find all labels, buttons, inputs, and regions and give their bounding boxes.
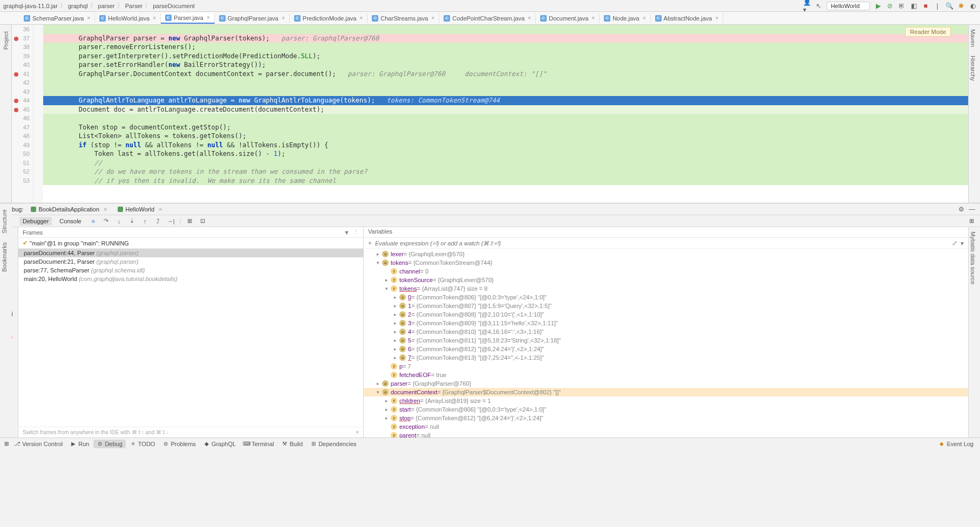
crumb-method[interactable]: parseDocument	[153, 3, 195, 9]
crumb-class[interactable]: Parser	[125, 3, 142, 9]
code-line[interactable]: Token stop = documentContext.getStop();	[43, 123, 968, 132]
step-over-icon[interactable]: ↷	[102, 217, 111, 225]
variable-node[interactable]: ▸=lexer = {GraphqlLexer@570}	[364, 250, 968, 258]
variable-node[interactable]: ▸fchildren = {ArrayList@819} size = 1	[364, 396, 968, 405]
file-tab[interactable]: CCodePointCharStream.java×	[439, 13, 536, 23]
thread-row[interactable]: ✔"main"@1 in group "main": RUNNING	[18, 238, 363, 249]
gear-icon[interactable]: ⚙	[957, 206, 965, 213]
variable-node[interactable]: ▸=1 = {CommonToken@807} "[@1,5:9='Query'…	[364, 302, 968, 310]
close-icon[interactable]: ×	[431, 15, 434, 21]
file-tab[interactable]: CGraphqlParser.java×	[215, 13, 290, 23]
variable-node[interactable]: ▸=4 = {CommonToken@810} "[@4,16:16=':',<…	[364, 327, 968, 336]
crumb-jar[interactable]: graphql-java-11.0.jar	[3, 3, 58, 9]
user-icon[interactable]: 👤▾	[803, 2, 811, 10]
close-icon[interactable]: ×	[643, 15, 646, 21]
maven-tool[interactable]: Maven	[969, 25, 977, 51]
evaluate-icon[interactable]: ⊞	[186, 217, 194, 225]
coverage-icon[interactable]: ⛨	[898, 2, 906, 10]
file-tab[interactable]: CPredictionMode.java×	[290, 13, 368, 23]
file-tab[interactable]: CCharStreams.java×	[368, 13, 439, 23]
close-icon[interactable]: ×	[591, 15, 595, 21]
watch-input[interactable]	[375, 240, 952, 247]
add-watch-icon[interactable]: +	[368, 239, 372, 247]
close-icon[interactable]: ×	[153, 15, 156, 21]
code-line[interactable]: if (stop != null && allTokens != null &&…	[43, 141, 968, 150]
variable-node[interactable]: fexception = null	[364, 422, 968, 431]
variable-node[interactable]: ▸fstart = {CommonToken@806} "[@0,0:3='ty…	[364, 405, 968, 414]
code-line[interactable]: // if yes then its invalid. We make sure…	[43, 176, 968, 186]
step-out-icon[interactable]: ↑	[141, 217, 149, 225]
avatar-icon[interactable]: ◐	[969, 2, 977, 10]
code-line[interactable]: GraphqlAntlrToLanguage antlrToLanguage =…	[43, 96, 968, 105]
debug-icon[interactable]: ⊘	[886, 2, 894, 10]
bottom-item-build[interactable]: ⚒Build	[278, 440, 306, 448]
crumb-pkg1[interactable]: graphql	[68, 3, 88, 9]
code-line[interactable]: parser.getInterpreter().setPredictionMod…	[43, 52, 968, 61]
variable-node[interactable]: ▸=2 = {CommonToken@808} "[@2,10:10='{',<…	[364, 310, 968, 319]
breadcrumb[interactable]: graphql-java-11.0.jar〉 graphql〉 parser〉 …	[3, 2, 195, 10]
frame-row[interactable]: parse:77, SchemaParser (graphql.schema.i…	[18, 266, 363, 275]
run-icon[interactable]: ▶	[874, 2, 882, 10]
variable-node[interactable]: ▸=0 = {CommonToken@806} "[@0,0:3='type',…	[364, 293, 968, 302]
reader-mode-badge[interactable]: Reader Mode	[905, 27, 951, 37]
bottom-item-debug[interactable]: ⊘Debug	[93, 440, 125, 448]
crumb-pkg2[interactable]: parser	[98, 3, 115, 9]
code-area[interactable]: GraphqlParser parser = new GraphqlParser…	[43, 25, 968, 203]
variable-node[interactable]: ▾=documentContext = {GraphqlParser$Docum…	[364, 388, 968, 396]
variable-node[interactable]: ▸=parser = {GraphqlParser@760}	[364, 379, 968, 388]
debug-session-2[interactable]: HelloWorld×	[114, 205, 165, 214]
more-icon[interactable]: ⋮	[353, 229, 359, 236]
event-log[interactable]: ◆Event Log	[935, 440, 977, 448]
project-tool[interactable]: Project	[2, 27, 10, 54]
code-line[interactable]: // do we have more tokens in the stream …	[43, 167, 968, 176]
variable-node[interactable]: ▾=tokens = {CommonTokenStream@744}	[364, 258, 968, 267]
file-tab[interactable]: CParser.java×	[161, 13, 215, 24]
run-to-cursor-icon[interactable]: →|	[167, 217, 175, 225]
code-line[interactable]	[43, 78, 968, 87]
bottom-item-terminal[interactable]: ⌨Terminal	[240, 440, 277, 448]
frame-row[interactable]: main:20, HelloWorld (com.graphqljava.tut…	[18, 275, 363, 283]
profile-icon[interactable]: ◧	[910, 2, 917, 10]
ide-icon[interactable]: ✱	[957, 2, 965, 10]
force-step-into-icon[interactable]: ⇣	[128, 217, 137, 225]
close-hint-icon[interactable]: ×	[356, 429, 359, 435]
bottom-item-graphql[interactable]: ◆GraphQL	[200, 440, 239, 448]
bottom-item-dependencies[interactable]: ⊞Dependencies	[307, 440, 359, 448]
frame-row[interactable]: parseDocument:21, Parser (graphql.parser…	[18, 257, 363, 266]
watch-menu-icon[interactable]: ▾	[961, 239, 964, 247]
file-tab[interactable]: CSchemaParser.java×	[19, 13, 95, 23]
tool-window-icon[interactable]: ⊞	[3, 441, 10, 447]
step-into-icon[interactable]: ↓	[115, 217, 124, 225]
close-icon[interactable]: ×	[282, 15, 285, 21]
variable-node[interactable]: ▸ftokenSource = {GraphqlLexer@570}	[364, 276, 968, 284]
variable-node[interactable]: fchannel = 0	[364, 267, 968, 276]
variable-node[interactable]: fparent = null	[364, 431, 968, 437]
mybatis-tool[interactable]: Mybatis data source	[969, 227, 977, 289]
debug-session-1[interactable]: BookDetailsApplication×	[28, 205, 110, 214]
code-line[interactable]: parser.setErrorHandler(new BailErrorStra…	[43, 60, 968, 70]
bookmarks-tool[interactable]: Bookmarks	[0, 238, 9, 276]
variable-node[interactable]: ▸fstop = {CommonToken@812} "[@6,24:24='}…	[364, 414, 968, 422]
close-icon[interactable]: ×	[528, 15, 531, 21]
bottom-item-problems[interactable]: ⊘Problems	[159, 440, 199, 448]
variable-node[interactable]: ▸=7 = {CommonToken@813} "[@7,25:24='',<-…	[364, 353, 968, 362]
close-icon[interactable]: ×	[207, 15, 210, 20]
code-line[interactable]: GraphqlParser parser = new GraphqlParser…	[43, 34, 968, 43]
variable-node[interactable]: ffetchedEOF = true	[364, 371, 968, 379]
code-line[interactable]: Document doc = antlrToLanguage.createDoc…	[43, 105, 968, 114]
console-tab[interactable]: Console	[56, 217, 84, 225]
gutter[interactable]: 363738394041424344454647484950515253	[12, 25, 33, 203]
structure-tool[interactable]: Structure	[0, 205, 9, 238]
frame-row[interactable]: parseDocument:44, Parser (graphql.parser…	[18, 249, 363, 257]
variable-node[interactable]: ▸=5 = {CommonToken@811} "[@5,18:23='Stri…	[364, 336, 968, 345]
trace-icon[interactable]: ⊡	[199, 217, 207, 225]
file-tab[interactable]: CHelloWorld.java×	[95, 13, 161, 23]
variable-node[interactable]: ▸=3 = {CommonToken@809} "[@3,11:15='hell…	[364, 319, 968, 327]
run-configuration[interactable]: HelloWorld	[827, 2, 870, 10]
code-line[interactable]	[43, 114, 968, 123]
bottom-item-run[interactable]: ▶Run	[67, 440, 92, 448]
code-line[interactable]: GraphqlParser.DocumentContext documentCo…	[43, 70, 968, 79]
bottom-item-version-control[interactable]: ⎇Version Control	[11, 440, 66, 448]
layout-icon[interactable]: ⊞	[967, 217, 976, 225]
file-tab[interactable]: CDocument.java×	[536, 13, 600, 23]
